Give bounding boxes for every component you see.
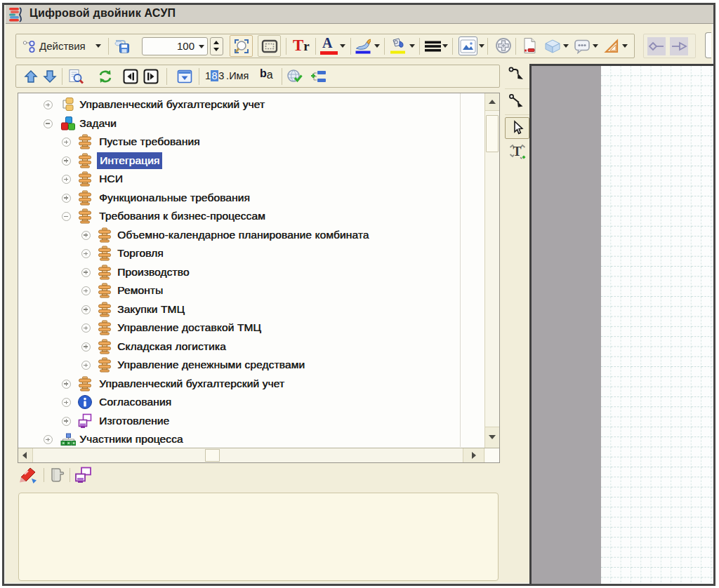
svg-text:T: T — [513, 145, 521, 159]
